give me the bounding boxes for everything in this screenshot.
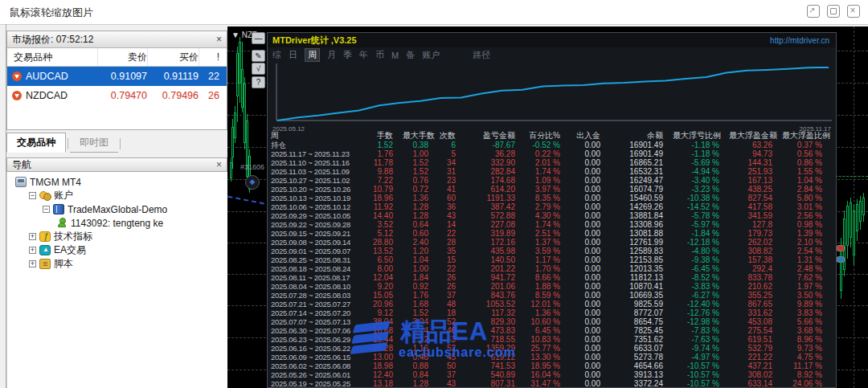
- stats-cell: 4.75 %: [782, 353, 832, 361]
- plus-expander-icon[interactable]: +: [29, 260, 36, 268]
- maximize-icon[interactable]: [827, 5, 840, 18]
- mtdriver-link[interactable]: http://mtdriver.cn: [770, 36, 829, 45]
- navigator-header[interactable]: 导航 ×: [6, 157, 227, 172]
- stats-cell: 8654.75: [610, 317, 673, 326]
- panel-side-button-0[interactable]: —: [252, 32, 265, 44]
- stats-cell: 2025.09.08 ~ 2025.09.14: [271, 238, 366, 247]
- stats-cell: 387.42: [465, 202, 525, 211]
- stats-cell: 14: [438, 220, 465, 229]
- chart-marker-icon[interactable]: ◆: [245, 175, 260, 190]
- stats-row: 2025.09.01 ~ 2025.09.0713.521.2035435.98…: [271, 247, 834, 255]
- stats-cell: 0.00: [570, 379, 610, 388]
- books-icon: [349, 321, 397, 361]
- market-col-2[interactable]: 买价: [147, 48, 199, 66]
- stats-cell: 0.86 %: [782, 158, 832, 167]
- stats-cell: 13.52: [366, 247, 403, 255]
- panel-side-button-1[interactable]: ✎: [252, 50, 265, 62]
- stats-cell: 1.52: [366, 141, 403, 149]
- stats-cell: 2025.11.03 ~ 2025.11.09: [271, 167, 366, 176]
- stats-cell: 843.76: [465, 291, 525, 300]
- stats-row: 2025.10.27 ~ 2025.11.027.220.7623174.681…: [271, 176, 834, 185]
- stats-cell: 43: [438, 379, 465, 388]
- stats-cell: 1.28: [403, 202, 438, 211]
- market-col-1[interactable]: 卖价: [97, 48, 147, 66]
- stats-cell: 3372.24: [610, 379, 673, 388]
- stats-cell: 2.56 %: [782, 211, 832, 220]
- mtdriver-tab-日[interactable]: 日: [289, 49, 297, 61]
- stats-cell: 438.25: [729, 185, 782, 194]
- popout-icon[interactable]: [807, 5, 820, 18]
- mtdriver-tab-币[interactable]: 币: [375, 49, 384, 61]
- stats-cell: 308.82: [729, 247, 782, 255]
- close-icon[interactable]: [847, 5, 860, 18]
- minus-expander-icon[interactable]: −: [29, 192, 36, 199]
- mtdriver-tab-季[interactable]: 季: [343, 49, 352, 61]
- sidebar-tree-item[interactable]: +脚本: [7, 257, 227, 271]
- stats-row: 持仓1.520.386-87.67-0.52 %0.0016901.49-1.1…: [271, 141, 834, 149]
- stats-cell: 435.98: [465, 247, 525, 255]
- stats-cell: -6.27 %: [673, 291, 729, 300]
- stats-cell: 0.00: [570, 326, 610, 335]
- market-row-NZDCAD[interactable]: NZDCAD0.794700.7949626: [7, 86, 227, 105]
- stats-cell: 6633.07: [610, 344, 673, 353]
- stats-cell: 1.28: [403, 379, 438, 388]
- mtdriver-tab-M[interactable]: M: [391, 51, 399, 60]
- navigator-close-icon[interactable]: ×: [216, 160, 222, 169]
- stats-cell: 10870.41: [610, 282, 673, 291]
- stats-cell: 35: [438, 247, 465, 255]
- stats-cell: 8.96 %: [782, 335, 832, 344]
- sidebar-tree-item[interactable]: 1143092: tengteng ke: [7, 216, 227, 230]
- stats-cell: 5.12: [366, 229, 403, 238]
- market-row-AUDCAD[interactable]: AUDCAD0.910970.9111922: [7, 67, 227, 86]
- mtdriver-tab-综[interactable]: 综: [272, 49, 281, 61]
- stats-cell: -8.52 %: [673, 273, 729, 282]
- sidebar-tree-item[interactable]: +EA交易: [7, 243, 227, 257]
- plus-expander-icon[interactable]: +: [29, 233, 36, 240]
- candle-body: [853, 210, 855, 255]
- mtdriver-tab-年[interactable]: 年: [359, 49, 368, 61]
- mtdriver-tab-月[interactable]: 月: [327, 49, 336, 61]
- tab-tick-chart[interactable]: 即时图: [70, 133, 118, 153]
- stats-cell: 1.74 %: [525, 167, 570, 176]
- mtdriver-tab-账户[interactable]: 账户: [422, 49, 440, 61]
- stats-cell: 1.70 %: [525, 264, 570, 273]
- plus-expander-icon[interactable]: +: [29, 247, 36, 254]
- tab-symbols[interactable]: 交易品种: [6, 133, 66, 153]
- mtdriver-tab-路径[interactable]: 路径: [473, 49, 490, 61]
- stats-cell: 2025.08.11 ~ 2025.08.17: [271, 273, 366, 282]
- candle-body: [230, 162, 232, 178]
- stats-cell: 0.00: [570, 176, 610, 185]
- stats-row: 2025.08.25 ~ 2025.08.316.501.0415140.501…: [271, 255, 834, 264]
- stats-cell: -4.97 %: [673, 353, 729, 361]
- market-watch-tabbar: 交易品种即时图: [6, 133, 227, 153]
- market-watch-header[interactable]: 市场报价: 07:52:12 ×: [7, 31, 227, 48]
- stats-cell: 1.76: [403, 291, 438, 300]
- stats-row: 2025.10.06 ~ 2025.10.1211.921.2836387.42…: [271, 202, 834, 211]
- stats-cell: 0.00: [570, 211, 610, 220]
- panel-side-button-2[interactable]: √: [252, 63, 265, 75]
- sidebar-tree-item[interactable]: −TradeMaxGlobal-Demo: [7, 202, 227, 216]
- tree-item-label: EA交易: [54, 243, 86, 257]
- stats-cell: -7.83 %: [673, 326, 729, 335]
- stats-cell: 2.54 %: [782, 247, 832, 255]
- stats-cell: 833.78: [729, 273, 782, 282]
- buy-marker-icon: [837, 256, 845, 263]
- minus-expander-icon[interactable]: −: [43, 206, 50, 213]
- market-watch-close-icon[interactable]: ×: [216, 34, 222, 45]
- stats-cell: -0.52 %: [525, 141, 570, 149]
- stats-cell: 355.25: [729, 291, 782, 300]
- stats-cell: 持仓: [271, 141, 366, 149]
- stats-cell: 1.52: [403, 167, 438, 176]
- market-col-3[interactable]: !: [199, 48, 223, 66]
- sidebar-tree-item[interactable]: −账户: [7, 189, 227, 202]
- sidebar-tree-item[interactable]: TMGM MT4: [7, 175, 227, 189]
- panel-side-button-3[interactable]: ?: [252, 76, 265, 88]
- stats-cell: 8.00: [366, 264, 403, 273]
- market-col-0[interactable]: 交易品种: [7, 51, 97, 64]
- stats-cell: 12153.85: [610, 255, 673, 264]
- stats-cell: 15460.59: [610, 194, 673, 202]
- mtdriver-tab-周[interactable]: 周: [305, 48, 320, 62]
- sidebar-tree-item[interactable]: +技术指标: [7, 230, 227, 243]
- watermark-subtitle: eaclubshare.com: [399, 345, 516, 360]
- mtdriver-tab-备[interactable]: 备: [406, 49, 415, 61]
